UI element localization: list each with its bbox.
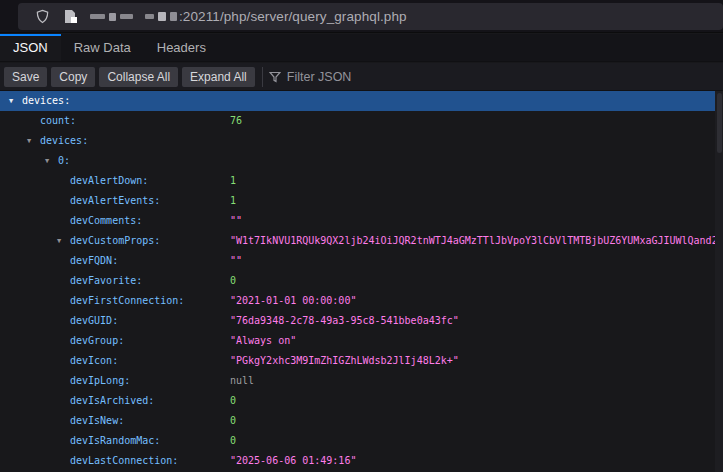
tab-raw-data-label: Raw Data — [74, 40, 131, 55]
json-key: devIsRandomMac: — [70, 431, 160, 451]
expander-icon[interactable]: ▼ — [57, 231, 61, 251]
json-row-devLastConnection[interactable]: devLastConnection:"2025-06-06 01:49:16" — [0, 451, 715, 471]
url-text: :20211/php/server/query_graphql.php — [179, 9, 407, 24]
tab-headers-label: Headers — [157, 40, 206, 55]
json-value: 1 — [230, 191, 236, 211]
json-row-devFirstConnection[interactable]: devFirstConnection:"2021-01-01 00:00:00" — [0, 291, 715, 311]
json-key: devCustomProps: — [70, 231, 160, 251]
json-row-devGUID[interactable]: devGUID:"76da9348-2c78-49a3-95c8-541bbe0… — [0, 311, 715, 331]
json-row-devCustomProps[interactable]: ▼devCustomProps:"W1t7IkNVU1RQUk9QX2ljb24… — [0, 231, 715, 251]
json-key: devIcon: — [70, 351, 118, 371]
json-row-devIcon[interactable]: devIcon:"PGkgY2xhc3M9ImZhIGZhLWdsb2JlIj4… — [0, 351, 715, 371]
redacted-host — [90, 12, 177, 21]
json-value: "W1t7IkNVU1RQUk9QX2ljb24iOiJQR2tnWTJ4aGM… — [230, 231, 718, 251]
expand-all-button[interactable]: Expand All — [182, 67, 255, 87]
json-key: devices: — [22, 91, 70, 111]
collapse-all-button[interactable]: Collapse All — [99, 67, 178, 87]
expander-icon[interactable]: ▼ — [45, 151, 49, 171]
json-key: 0: — [58, 151, 70, 171]
json-value: null — [230, 371, 254, 391]
json-key: devComments: — [70, 211, 142, 231]
json-value: "PGkgY2xhc3M9ImZhIGZhLWdsb2JlIj48L2k+" — [230, 351, 459, 371]
json-row-devComments[interactable]: devComments:"" — [0, 211, 715, 231]
filter-json-input[interactable] — [287, 70, 587, 84]
json-key: devFavorite: — [70, 271, 142, 291]
page-icon[interactable] — [56, 3, 84, 30]
json-key: devGroup: — [70, 331, 124, 351]
devtools-tabbar: JSON Raw Data Headers — [0, 34, 723, 62]
json-value: 0 — [230, 431, 236, 451]
json-value: 0 — [230, 411, 236, 431]
json-key: devLastConnection: — [70, 451, 178, 471]
json-key: count: — [40, 111, 76, 131]
expander-icon[interactable]: ▼ — [27, 131, 31, 151]
browser-toolbar: :20211/php/server/query_graphql.php — [0, 0, 723, 33]
json-row-devFavorite[interactable]: devFavorite:0 — [0, 271, 715, 291]
copy-button[interactable]: Copy — [51, 67, 95, 87]
json-row-devIpLong[interactable]: devIpLong:null — [0, 371, 715, 391]
json-key: devFQDN: — [70, 251, 118, 271]
json-row-devices[interactable]: ▼devices: — [0, 91, 715, 111]
scrollbar-thumb[interactable] — [717, 93, 722, 153]
toolbar-separator — [262, 67, 263, 87]
json-row-devAlertDown[interactable]: devAlertDown:1 — [0, 171, 715, 191]
address-bar[interactable]: :20211/php/server/query_graphql.php — [18, 3, 723, 30]
json-key: devIpLong: — [70, 371, 130, 391]
json-row-devFQDN[interactable]: devFQDN:"" — [0, 251, 715, 271]
json-value: "2025-06-06 01:49:16" — [230, 451, 356, 471]
json-row-devIsArchived[interactable]: devIsArchived:0 — [0, 391, 715, 411]
json-value: "" — [230, 251, 242, 271]
json-key: devices: — [40, 131, 88, 151]
json-value: "2021-01-01 00:00:00" — [230, 291, 356, 311]
json-value: 0 — [230, 391, 236, 411]
browser-window: :20211/php/server/query_graphql.php JSON… — [0, 0, 723, 472]
json-row-devIsRandomMac[interactable]: devIsRandomMac:0 — [0, 431, 715, 451]
json-toolbar: Save Copy Collapse All Expand All — [0, 63, 723, 91]
json-row-devIsNew[interactable]: devIsNew:0 — [0, 411, 715, 431]
json-key: devAlertEvents: — [70, 191, 160, 211]
json-key: devAlertDown: — [70, 171, 148, 191]
vertical-scrollbar[interactable] — [715, 91, 723, 472]
filter-funnel-icon — [269, 71, 281, 83]
json-key: devFirstConnection: — [70, 291, 184, 311]
json-rows: ▼devices:count:76▼devices:▼0:devAlertDow… — [0, 91, 715, 471]
json-value: 0 — [230, 271, 236, 291]
tab-headers[interactable]: Headers — [144, 34, 219, 61]
expander-icon[interactable]: ▼ — [9, 91, 13, 111]
shield-icon[interactable] — [28, 3, 56, 30]
tab-json[interactable]: JSON — [0, 34, 61, 61]
json-value: "Always on" — [230, 331, 296, 351]
json-value: "76da9348-2c78-49a3-95c8-541bbe0a43fc" — [230, 311, 459, 331]
tab-json-label: JSON — [13, 40, 48, 55]
json-row-0[interactable]: ▼0: — [0, 151, 715, 171]
json-tree-panel: ▼devices:count:76▼devices:▼0:devAlertDow… — [0, 91, 723, 472]
tab-raw-data[interactable]: Raw Data — [61, 34, 144, 61]
json-value: "" — [230, 211, 242, 231]
filter-json-container — [269, 70, 723, 84]
json-row-devGroup[interactable]: devGroup:"Always on" — [0, 331, 715, 351]
json-row-count[interactable]: count:76 — [0, 111, 715, 131]
json-key: devIsNew: — [70, 411, 124, 431]
json-row-devices[interactable]: ▼devices: — [0, 131, 715, 151]
json-key: devIsArchived: — [70, 391, 154, 411]
json-row-devAlertEvents[interactable]: devAlertEvents:1 — [0, 191, 715, 211]
json-value: 76 — [230, 111, 242, 131]
json-key: devGUID: — [70, 311, 118, 331]
save-button[interactable]: Save — [4, 67, 47, 87]
json-value: 1 — [230, 171, 236, 191]
